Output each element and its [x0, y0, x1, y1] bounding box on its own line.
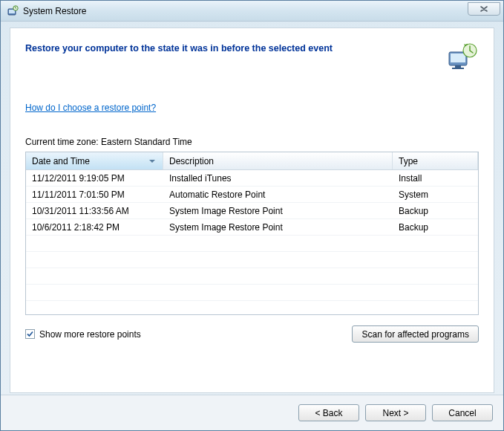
timezone-label: Current time zone: Eastern Standard Time: [10, 116, 494, 152]
cell-description: Installed iTunes: [163, 173, 393, 184]
content-area: Restore your computer to the state it wa…: [10, 27, 494, 393]
empty-row: [26, 268, 478, 285]
cell-date: 10/6/2011 2:18:42 PM: [26, 222, 163, 233]
cell-description: Automatic Restore Point: [163, 189, 393, 200]
cell-type: Install: [393, 173, 478, 184]
scan-affected-button[interactable]: Scan for affected programs: [352, 325, 479, 343]
system-restore-icon: [7, 5, 19, 17]
restore-points-table: Date and Time Description Type 11/12/201…: [25, 152, 479, 315]
checkmark-icon: [26, 330, 34, 338]
svg-rect-4: [451, 54, 465, 62]
show-more-label: Show more restore points: [39, 329, 141, 340]
page-heading: Restore your computer to the state it wa…: [25, 42, 431, 54]
svg-rect-6: [452, 68, 464, 69]
help-link[interactable]: How do I choose a restore point?: [25, 103, 156, 113]
cell-type: Backup: [393, 222, 478, 233]
header-row: Restore your computer to the state it wa…: [10, 28, 494, 82]
close-icon: [479, 5, 489, 13]
cell-date: 11/12/2011 9:19:05 PM: [26, 173, 163, 184]
cancel-button[interactable]: Cancel: [432, 404, 493, 421]
next-button[interactable]: Next >: [365, 404, 426, 421]
column-header-date[interactable]: Date and Time: [26, 152, 163, 169]
restore-illustration-icon: [446, 42, 479, 74]
system-restore-window: System Restore Restore your computer to …: [0, 0, 504, 431]
column-header-description[interactable]: Description: [163, 152, 393, 169]
cell-description: System Image Restore Point: [163, 206, 393, 216]
titlebar: System Restore: [1, 1, 503, 22]
back-button[interactable]: < Back: [298, 404, 359, 421]
cell-type: Backup: [393, 206, 478, 216]
checkbox-box: [25, 329, 35, 339]
table-row[interactable]: 11/11/2011 7:01:50 PMAutomatic Restore P…: [26, 187, 478, 203]
svg-rect-5: [455, 65, 461, 68]
cell-date: 11/11/2011 7:01:50 PM: [26, 189, 163, 200]
cell-date: 10/31/2011 11:33:56 AM: [26, 206, 163, 216]
cell-type: System: [393, 189, 478, 200]
table-header: Date and Time Description Type: [26, 152, 478, 170]
help-link-row: How do I choose a restore point?: [10, 82, 494, 116]
empty-row: [26, 285, 478, 301]
empty-row: [26, 252, 478, 268]
table-row[interactable]: 10/6/2011 2:18:42 PMSystem Image Restore…: [26, 219, 478, 236]
column-header-type[interactable]: Type: [393, 152, 478, 169]
window-title: System Restore: [23, 6, 468, 16]
cell-description: System Image Restore Point: [163, 222, 393, 233]
show-more-checkbox[interactable]: Show more restore points: [25, 329, 141, 340]
empty-row: [26, 236, 478, 252]
close-button[interactable]: [468, 2, 500, 16]
table-row[interactable]: 11/12/2011 9:19:05 PMInstalled iTunesIns…: [26, 170, 478, 187]
table-body: 11/12/2011 9:19:05 PMInstalled iTunesIns…: [26, 170, 478, 314]
options-row: Show more restore points Scan for affect…: [10, 315, 494, 343]
wizard-footer: < Back Next > Cancel: [1, 395, 503, 430]
table-row[interactable]: 10/31/2011 11:33:56 AMSystem Image Resto…: [26, 203, 478, 219]
